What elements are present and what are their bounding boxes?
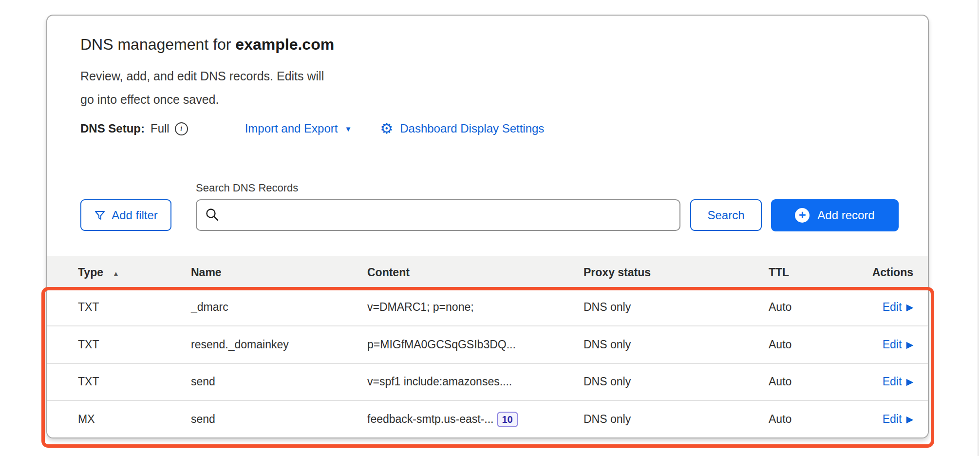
- column-header-proxy-status[interactable]: Proxy status: [584, 266, 769, 279]
- chevron-down-icon: ▼: [344, 125, 352, 133]
- magnifier-icon: [205, 207, 220, 223]
- subtitle-line-2: go into effect once saved.: [80, 88, 324, 111]
- column-header-name[interactable]: Name: [191, 266, 367, 279]
- dashboard-display-settings-link[interactable]: ⚙ Dashboard Display Settings: [380, 121, 544, 136]
- cell-proxy-status: DNS only: [584, 375, 769, 388]
- cell-type: TXT: [47, 338, 191, 351]
- cell-proxy-status: DNS only: [584, 338, 769, 351]
- cell-ttl: Auto: [769, 413, 859, 426]
- search-button[interactable]: Search: [690, 199, 762, 231]
- page-title-domain: example.com: [235, 36, 334, 53]
- cell-type: TXT: [47, 375, 191, 388]
- column-header-ttl[interactable]: TTL: [769, 266, 859, 279]
- import-export-link[interactable]: Import and Export ▼: [245, 122, 352, 135]
- add-filter-button[interactable]: Add filter: [80, 199, 171, 231]
- column-header-content[interactable]: Content: [367, 266, 584, 279]
- cell-proxy-status: DNS only: [584, 301, 769, 314]
- search-section-label: Search DNS Records: [196, 182, 298, 194]
- edit-label: Edit: [883, 375, 902, 388]
- cell-content-text: feedback-smtp.us-east-...: [367, 413, 494, 426]
- edit-link[interactable]: Edit ▶: [883, 338, 928, 351]
- sort-asc-triangle-icon: ▲: [112, 269, 119, 278]
- cell-ttl: Auto: [769, 338, 859, 351]
- dns-management-card: DNS management for example.com Review, a…: [46, 15, 929, 438]
- screen: DNS management for example.com Review, a…: [0, 0, 980, 456]
- cell-ttl: Auto: [769, 301, 859, 314]
- cell-name: send: [191, 413, 367, 426]
- table-row: TXT send v=spf1 include:amazonses.... DN…: [47, 363, 928, 400]
- add-record-label: Add record: [817, 209, 874, 222]
- cell-content-text: v=spf1 include:amazonses....: [367, 375, 512, 388]
- import-export-label: Import and Export: [245, 122, 338, 135]
- search-input[interactable]: [196, 199, 680, 231]
- dns-setup-value: Full: [151, 122, 170, 135]
- subtitle-line-1: Review, add, and edit DNS records. Edits…: [80, 64, 324, 88]
- edit-label: Edit: [883, 338, 902, 351]
- edit-arrow-icon: ▶: [906, 340, 913, 349]
- add-record-button[interactable]: + Add record: [771, 199, 899, 231]
- column-header-actions: Actions: [872, 266, 928, 279]
- cell-content-text: p=MIGfMA0GCSqGSIb3DQ...: [367, 338, 516, 351]
- add-filter-label: Add filter: [112, 209, 158, 222]
- cell-name: resend._domainkey: [191, 338, 367, 351]
- page-subtitle: Review, add, and edit DNS records. Edits…: [80, 64, 324, 111]
- cell-content-text: v=DMARC1; p=none;: [367, 301, 474, 314]
- cell-proxy-status: DNS only: [584, 413, 769, 426]
- page-title-text: DNS management for: [80, 36, 235, 53]
- search-field-wrap: [196, 199, 680, 231]
- search-button-label: Search: [707, 209, 744, 222]
- plus-circle-icon: +: [795, 208, 810, 223]
- cell-content: p=MIGfMA0GCSqGSIb3DQ...: [367, 338, 584, 351]
- info-circle-icon[interactable]: i: [175, 122, 188, 135]
- dns-setup-label: DNS Setup:: [80, 122, 145, 135]
- cell-name: send: [191, 375, 367, 388]
- edit-link[interactable]: Edit ▶: [883, 375, 928, 388]
- table-body: TXT _dmarc v=DMARC1; p=none; DNS only Au…: [47, 289, 928, 437]
- gear-icon: ⚙: [380, 121, 393, 136]
- column-header-type[interactable]: Type ▲: [47, 266, 191, 279]
- table-row: MX send feedback-smtp.us-east-... 10 DNS…: [47, 400, 928, 437]
- dashboard-display-settings-label: Dashboard Display Settings: [400, 122, 544, 135]
- edit-arrow-icon: ▶: [906, 415, 913, 424]
- cell-content: v=spf1 include:amazonses....: [367, 375, 584, 388]
- cell-type: MX: [47, 413, 191, 426]
- edit-arrow-icon: ▶: [906, 303, 913, 312]
- priority-badge: 10: [497, 412, 518, 427]
- dns-setup-row: DNS Setup: Full i Import and Export ▼ ⚙ …: [80, 119, 544, 138]
- table-row: TXT _dmarc v=DMARC1; p=none; DNS only Au…: [47, 289, 928, 325]
- edit-label: Edit: [883, 413, 902, 426]
- table-header-row: Type ▲ Name Content Proxy status TTL Act…: [47, 256, 928, 289]
- cell-type: TXT: [47, 301, 191, 314]
- cell-ttl: Auto: [769, 375, 859, 388]
- funnel-icon: [94, 209, 106, 221]
- edit-link[interactable]: Edit ▶: [883, 413, 928, 426]
- cell-name: _dmarc: [191, 301, 367, 314]
- page-title: DNS management for example.com: [80, 36, 334, 54]
- page-edge-divider: [978, 0, 979, 456]
- column-header-type-label: Type: [78, 266, 103, 279]
- edit-link[interactable]: Edit ▶: [883, 301, 928, 314]
- table-row: TXT resend._domainkey p=MIGfMA0GCSqGSIb3…: [47, 325, 928, 363]
- cell-content: feedback-smtp.us-east-... 10: [367, 412, 584, 427]
- edit-arrow-icon: ▶: [906, 377, 913, 386]
- cell-content: v=DMARC1; p=none;: [367, 301, 584, 314]
- edit-label: Edit: [883, 301, 902, 314]
